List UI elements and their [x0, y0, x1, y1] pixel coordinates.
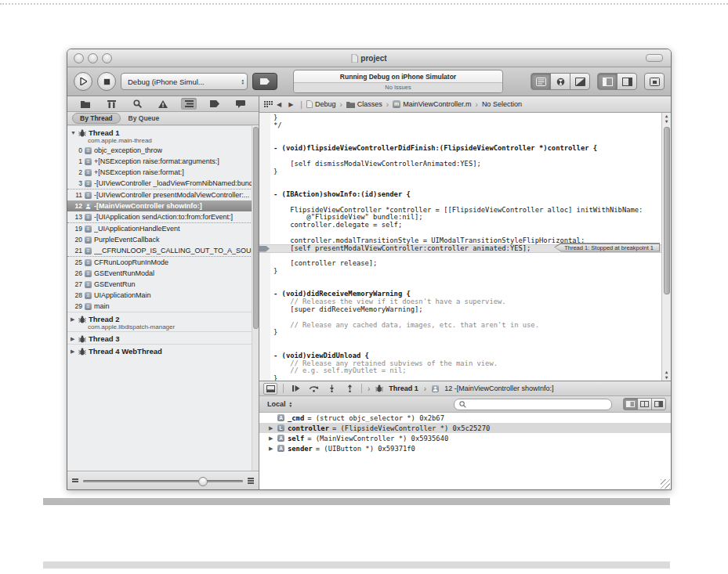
thread-row[interactable]: ▼Thread 1com.apple.main-thread	[67, 125, 259, 145]
run-button[interactable]	[74, 72, 92, 91]
standard-editor-icon[interactable]	[531, 73, 551, 90]
stack-frame-row[interactable]: 13≡-[UIApplication sendAction:to:from:fo…	[67, 211, 259, 223]
variables-search-field[interactable]	[454, 399, 612, 410]
frame-icon: ≡	[85, 214, 92, 221]
scheme-label: Debug (iPhone Simul...	[128, 78, 237, 86]
slider-knob[interactable]	[198, 477, 208, 486]
by-thread-tab[interactable]: By Thread	[72, 113, 121, 124]
divider	[361, 384, 362, 393]
source-editor[interactable]: }*/ - (void)flipsideViewControllerDidFin…	[259, 113, 671, 381]
stop-button[interactable]	[97, 72, 116, 91]
history-forward-button[interactable]: ▶	[288, 101, 296, 108]
stack-frame-row[interactable]: 20≡PurpleEventCallback	[67, 234, 259, 245]
variable-value: = (MainViewController *) 0x5935640	[307, 435, 448, 442]
disclosure-closed-icon[interactable]: ▶	[269, 446, 274, 452]
continue-button[interactable]	[289, 384, 302, 394]
disclosure-closed-icon[interactable]: ▶	[71, 316, 76, 323]
navigator-view-icon[interactable]	[597, 73, 618, 90]
step-into-button[interactable]	[325, 384, 338, 394]
stack-frame-row[interactable]: 28≡UIApplicationMain	[67, 290, 259, 301]
thread-subtitle: com.apple.main-thread	[88, 137, 259, 144]
navigator-scrollbar[interactable]	[252, 125, 259, 471]
symbol-navigator-icon[interactable]	[103, 98, 119, 110]
frame-label: main	[94, 302, 110, 310]
toolbar-toggle-lozenge[interactable]	[646, 54, 663, 62]
version-editor-icon[interactable]	[570, 73, 590, 90]
thread-row-line: ▼Thread 1	[71, 128, 259, 137]
scroll-up-arrow-icon[interactable]: ▲	[662, 113, 671, 118]
resize-grip[interactable]	[661, 479, 670, 489]
disclosure-closed-icon[interactable]: ▶	[269, 435, 274, 442]
issue-navigator-icon[interactable]	[155, 98, 171, 110]
hide-debug-button[interactable]	[263, 383, 277, 395]
variable-row[interactable]: ▶Asender = (UIButton *) 0x59371f0	[259, 443, 671, 453]
stack-frame-row[interactable]: 19≡_UIApplicationHandleEvent	[67, 223, 259, 234]
stack-frame-row[interactable]: 1≡+[NSException raise:format:arguments:]	[67, 156, 259, 167]
search-input[interactable]	[469, 400, 607, 409]
step-out-button[interactable]	[343, 384, 356, 394]
run-icon	[80, 78, 87, 85]
breakpoints-toggle-button[interactable]	[252, 73, 277, 90]
disclosure-closed-icon[interactable]: ▶	[71, 348, 76, 355]
stack-frame-row[interactable]: 12-[MainViewController showInfo:]	[67, 200, 259, 211]
debug-navigator-icon[interactable]	[181, 98, 197, 110]
thread-row[interactable]: ▶Thread 3	[67, 331, 259, 344]
stack-frame-row[interactable]: 0≡objc_exception_throw	[67, 145, 259, 156]
breadcrumb-item[interactable]: Classes	[346, 100, 382, 108]
by-queue-tab[interactable]: By Queue	[129, 114, 160, 122]
breakpoint-arrow-icon[interactable]	[259, 246, 270, 252]
organizer-icon[interactable]	[644, 73, 665, 90]
frame-number: 0	[71, 146, 82, 154]
thread-icon	[78, 129, 86, 137]
breakpoint-navigator-icon[interactable]	[207, 98, 223, 110]
assistant-editor-icon[interactable]	[550, 73, 570, 90]
stack-compress-min-icon	[72, 478, 78, 482]
seg-split-button[interactable]	[637, 398, 652, 410]
stack-frame-row[interactable]: 21≡__CFRUNLOOP_IS_CALLING_OUT_TO_A_SOURC…	[67, 245, 259, 257]
editor-scrollbar[interactable]: ▲ ▼ ▲▼	[661, 113, 671, 381]
code-line: controller.delegate = self;	[259, 222, 662, 229]
frame-icon: ≡	[85, 180, 92, 187]
scheme-selector[interactable]: Debug (iPhone Simul... ▴▾	[121, 73, 248, 90]
scrollbar-thumb[interactable]	[253, 127, 259, 329]
breadcrumb-item[interactable]: No Selection	[482, 100, 522, 108]
step-over-button[interactable]	[307, 384, 320, 394]
disclosure-closed-icon[interactable]: ▶	[269, 425, 274, 431]
breadcrumb-item[interactable]: mMainViewController.m	[393, 100, 471, 108]
variable-row[interactable]: ▶Lcontroller = (FlipsideViewController *…	[259, 423, 671, 433]
variable-row[interactable]: ▶Aself = (MainViewController *) 0x593564…	[259, 433, 671, 443]
frame-number: 13	[71, 213, 82, 221]
frame-label: CFRunLoopRunInMode	[94, 258, 168, 266]
page-top-dotted-rule	[0, 3, 728, 5]
disclosure-open-icon[interactable]: ▼	[71, 130, 76, 135]
stack-frame-row[interactable]: 25≡CFRunLoopRunInMode	[67, 257, 259, 268]
project-navigator-icon[interactable]	[78, 98, 93, 110]
thread-row[interactable]: ▶Thread 2com.apple.libdispatch-manager	[67, 312, 259, 331]
stack-depth-slider[interactable]	[83, 477, 243, 485]
title-bar[interactable]: project	[67, 49, 671, 67]
frame-icon: ≡	[85, 270, 92, 277]
stack-frame-row[interactable]: 26≡GSEventRunModal	[67, 268, 259, 279]
history-back-button[interactable]: ◀	[277, 101, 284, 108]
scrollbar-thumb[interactable]	[664, 127, 670, 294]
stack-frame-row[interactable]: 3≡-[UIViewController _loadViewFromNibNam…	[67, 178, 259, 190]
disclosure-closed-icon[interactable]: ▶	[71, 336, 76, 342]
thread-icon	[78, 335, 86, 343]
scrollbar-bottom-arrows[interactable]: ▲▼	[662, 369, 671, 380]
stack-frame-row[interactable]: 11≡-[UIViewController presentModalViewCo…	[67, 190, 259, 200]
search-navigator-icon[interactable]	[129, 98, 145, 110]
crumb-separator: ›	[424, 384, 426, 393]
stack-frame-row[interactable]: 2≡+[NSException raise:format:]	[67, 167, 259, 178]
stack-frame-row[interactable]: 27≡GSEventRun	[67, 279, 259, 290]
related-items-icon[interactable]	[264, 101, 273, 107]
seg-console-button[interactable]	[651, 398, 666, 410]
thread-row[interactable]: ▶Thread 4 WebThread	[67, 344, 259, 356]
variable-row[interactable]: A_cmd = (struct objc_selector *) 0x2b67	[259, 413, 671, 423]
breadcrumb-item[interactable]: Debug	[306, 100, 336, 108]
seg-vars-button[interactable]	[623, 398, 638, 410]
log-navigator-icon[interactable]	[233, 98, 248, 110]
stack-frame-row[interactable]: 29≡main	[67, 301, 259, 312]
utilities-view-icon[interactable]	[617, 73, 637, 90]
variables-scope-popup[interactable]: Local ▴▾	[264, 400, 295, 408]
scroll-down-arrow-icon[interactable]: ▼	[662, 118, 671, 124]
